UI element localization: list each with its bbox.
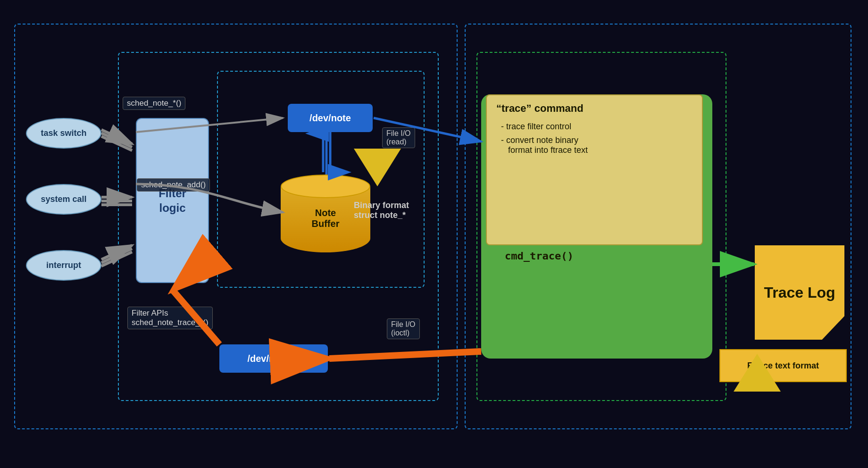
filter-apis-label: Filter APIssched_note_trace_*() — [127, 307, 213, 329]
binary-format-label: Binary formatstruct note_* — [354, 201, 409, 220]
trace-command-title: “trace” command — [496, 102, 693, 115]
system-call-label: system call — [41, 194, 86, 204]
trace-log-label: Trace Log — [764, 284, 835, 301]
interrupt-label: interrupt — [46, 260, 81, 270]
interrupt-ellipse: interrupt — [26, 250, 101, 281]
sched-note-add-label: sched_note_add() — [137, 178, 210, 192]
trace-command-list: trace filter control convert note binary… — [496, 122, 693, 155]
file-io-ioctl-text: File I/O(ioctl) — [391, 320, 416, 337]
filter-apis-text: Filter APIssched_note_trace_*() — [132, 309, 209, 327]
trace-command-item-2: convert note binary format into ftrace t… — [496, 135, 693, 155]
file-io-read-label: File I/O(read) — [382, 127, 415, 148]
trace-command-item-1: trace filter control — [496, 122, 693, 132]
sched-note-top-label: sched_note_*() — [123, 97, 185, 110]
task-switch-ellipse: task switch — [26, 118, 101, 149]
triangle-yellow-2 — [734, 354, 781, 392]
file-io-ioctl-label: File I/O(ioctl) — [387, 318, 420, 339]
task-switch-label: task switch — [41, 128, 86, 138]
trace-command-box: “trace” command trace filter control con… — [486, 94, 703, 245]
diagram-container: task switch system call interrupt Filter… — [14, 24, 854, 439]
dev-notectl-box: /dev/notectl — [219, 344, 328, 373]
file-io-read-text: File I/O(read) — [386, 129, 411, 146]
system-call-ellipse: system call — [26, 184, 101, 215]
cmd-trace-label: cmd_trace() — [505, 250, 574, 262]
triangle-yellow-1 — [354, 149, 401, 186]
dev-note-label: /dev/note — [309, 113, 351, 124]
binary-format-text: Binary formatstruct note_* — [354, 201, 409, 220]
dev-note-box: /dev/note — [288, 104, 373, 132]
trace-log-box: Trace Log — [755, 245, 844, 340]
filter-logic-box: Filterlogic — [136, 118, 209, 283]
dev-notectl-label: /dev/notectl — [247, 353, 300, 364]
